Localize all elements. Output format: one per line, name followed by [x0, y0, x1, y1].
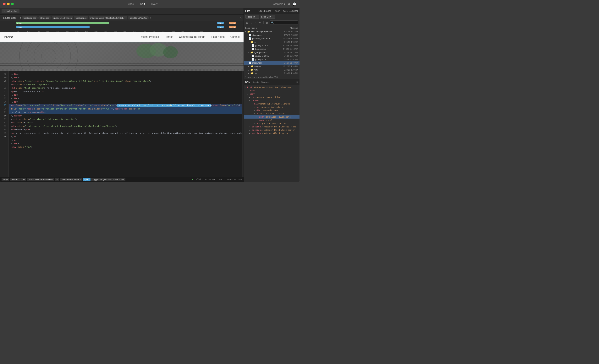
nav-commercial[interactable]: Commercial Buildings [179, 35, 205, 39]
file-item-images[interactable]: ▸ 📁 images 10/27/15 4:16 PM [244, 65, 300, 68]
scrollbar[interactable] [242, 71, 244, 177]
source-file-bootstrap-js[interactable]: bootstrap.js [74, 16, 88, 19]
jqa-folder-icon: 📁 [250, 51, 253, 54]
dom-head[interactable]: ▸ head [244, 89, 300, 92]
header-arrow: ▾ [249, 100, 251, 102]
file-item-jqueryui[interactable]: 📄 jquery-ui-effe... 5/4/16 10:57 AM [244, 54, 300, 58]
chat-icon[interactable]: 💬 [292, 2, 296, 6]
search-box[interactable]: 🔍 [270, 20, 298, 25]
breadcrumb-span[interactable]: span [83, 178, 91, 181]
file-item-jquery111[interactable]: 📄 jquery-1.11.1... 5/4/16 10:57 AM [244, 58, 300, 61]
file-item-jquery-min[interactable]: 📄 jquery-1.11.3... 4/13/16 12:10 AM [244, 44, 300, 47]
code-content[interactable]: </div> </div> <div class="item"><img src… [9, 71, 242, 177]
breadcrumb-left-control[interactable]: .left.carousel-control [60, 178, 82, 181]
dom-section-textcenter[interactable]: ▸ section .container-fluid .text-center [244, 128, 300, 132]
file-date-pictures: 10/15/15 3:39 PM [283, 38, 298, 40]
source-nav-forward[interactable]: ▶ [149, 17, 152, 19]
a-right-arrow: ▸ [254, 122, 256, 125]
tab-assets[interactable]: Assets [253, 81, 259, 83]
source-file-jquery-min[interactable]: jquery-1.11.3.min.js [52, 16, 73, 19]
dom-tree: ▾ html .wf-opensans-n4-active .wf-ralewa… [244, 85, 300, 182]
dom-settings-icon[interactable]: ≡ [296, 81, 298, 84]
dom-a-left[interactable]: ▾ a .left .carousel-control [244, 112, 300, 115]
file-name-pictures: pictures_authors.rtf [252, 37, 282, 40]
line-75: 75 [0, 97, 9, 100]
file-item-index[interactable]: 📄 index.html 2/5/16 11:49 AM [244, 61, 300, 65]
source-file-styles-css[interactable]: styles.css [38, 16, 51, 19]
jqa-folder-open-icon: ▾ [248, 51, 249, 54]
download-icon[interactable]: ↓ [250, 21, 253, 25]
nav-field-notes[interactable]: Field Notes [211, 35, 225, 39]
grid-icon[interactable]: ⊞ [265, 21, 269, 25]
file-name-bootstrap-js: bootstrap.js [255, 48, 282, 50]
dom-section-notes[interactable]: ▸ section .container-fluid .notes [244, 132, 300, 135]
file-name-jquery111: jquery-1.11.1... [255, 58, 283, 60]
tab-snippets[interactable]: Snippets [261, 81, 270, 83]
dom-body[interactable]: ▾ body [244, 92, 300, 96]
tab-dom[interactable]: DOM [245, 81, 250, 83]
html-label[interactable]: HTML▾ [196, 178, 203, 181]
file-name-jqueryui: jquery-ui-effe... [255, 55, 283, 57]
file-item-css[interactable]: ▸ 📁 css 6/10/16 4:10 PM [244, 72, 300, 75]
live-tab[interactable]: Live ▾ [148, 2, 161, 5]
tab-insert[interactable]: Insert [274, 10, 280, 12]
breadcrumb-glyphicon[interactable]: .glyphicon.glyphicon-chevron-left [91, 178, 125, 181]
maximize-button[interactable] [11, 3, 14, 5]
refresh-icon[interactable]: ↺ [258, 21, 262, 25]
tab-close-icon[interactable]: ✕ [4, 10, 5, 12]
dom-html[interactable]: ▾ html .wf-opensans-n4-active .wf-ralewa [244, 86, 300, 89]
breadcrumb-carousel[interactable]: #carousel1.carousel.slide [27, 178, 54, 181]
dom-div-inner[interactable]: ▸ div .carousel-inner [244, 109, 300, 112]
nav-recent-projects[interactable]: Recent Projects [140, 35, 159, 39]
expand-icon[interactable]: ⊞ [245, 21, 249, 25]
tab-files[interactable]: Files [245, 10, 250, 12]
dom-span-sronly[interactable]: span .sr-only [244, 119, 300, 122]
breadcrumb-div[interactable]: div [20, 178, 26, 181]
split-tab[interactable]: Split [137, 2, 148, 5]
passport-dropdown[interactable]: Passport [245, 15, 259, 18]
settings-icon[interactable]: ⚙ [288, 2, 290, 6]
close-button[interactable] [3, 3, 6, 5]
app-window: Code Split Live ▾ Essentials ▾ ⚙ 💬 ✕ ind… [0, 0, 300, 182]
tab-cc-libraries[interactable]: CC Libraries [258, 10, 271, 12]
file-item-bootstrap-js[interactable]: 📄 bootstrap.js 4/13/16 12:10 AM [244, 47, 300, 51]
dom-div-carousel[interactable]: ▾ div #carousel1 .carousel .slide [244, 102, 300, 105]
dom-nav[interactable]: ▸ nav .navbar .navbar-default [244, 96, 300, 99]
a-right-class: .right .carousel-control [258, 122, 286, 125]
filter-icon[interactable]: ▽ [240, 17, 242, 19]
localview-dropdown[interactable]: Local view [260, 15, 275, 18]
file-item-jqueryassets[interactable]: ▾ 📁 jQueryAssets 5/4/16 11:17 AM [244, 51, 300, 54]
dom-ol-indicators[interactable]: ▸ ol .carousel-indicators [244, 105, 300, 109]
line-col: Line 77, Column 96 [218, 178, 236, 181]
source-file-mbox[interactable]: mbox-contents-f3808f72f280c66c15bd81363d… [89, 16, 127, 19]
nav-contact[interactable]: Contact [230, 35, 240, 39]
breadcrumb-header[interactable]: header [10, 178, 20, 181]
file-tab-index[interactable]: ✕ index.html [1, 9, 19, 13]
file-item-fonts[interactable]: ▸ 📁 fonts 6/10/16 4:10 PM [244, 68, 300, 72]
code-tab[interactable]: Code [125, 2, 137, 5]
source-file-satellite[interactable]: satellite-534da2e9 [128, 16, 149, 19]
tab-css-designer[interactable]: CSS Designer [283, 10, 298, 12]
breadcrumb-a[interactable]: a [55, 178, 59, 181]
upload-icon[interactable]: ↑ [254, 21, 257, 25]
file-item-site[interactable]: ▾ 📁 Site - Passport (Macin... 6/16/16 2:… [244, 30, 300, 33]
file-item-pictures[interactable]: 📄 pictures_authors.rtf 10/15/15 3:39 PM [244, 37, 300, 40]
file-item-js[interactable]: ▾ 📁 js 6/10/16 4:10 PM [244, 40, 300, 44]
main-layout: ✕ index.html Source Code ◀ bootstrap.css… [0, 8, 300, 182]
source-nav-back[interactable]: ◀ [19, 17, 21, 19]
file-item-styles[interactable]: 📄 styles.css 10/5/15 3:04 AM [244, 33, 300, 37]
local-files-label[interactable]: Local Files ↓ [245, 27, 290, 29]
nav-homes[interactable]: Homes [165, 35, 173, 39]
section-notes-arrow: ▸ [249, 132, 251, 134]
dom-a-right[interactable]: ▸ a .right .carousel-control [244, 122, 300, 125]
source-file-bootstrap-css[interactable]: bootstrap.css [22, 16, 38, 19]
essentials-dropdown[interactable]: Essentials ▾ [272, 2, 285, 5]
breadcrumb-body[interactable]: body [1, 178, 9, 181]
dom-span-glyphicon[interactable]: + span .glyphicon .glyphicon-c [244, 115, 300, 119]
minimize-button[interactable] [7, 3, 10, 5]
dom-section-houses[interactable]: ▸ section .container-fluid .houses .text… [244, 125, 300, 128]
dom-header[interactable]: ▾ header [244, 99, 300, 102]
code-line-85: </div> [9, 142, 242, 145]
js-folder-open-icon: ▾ [248, 41, 249, 43]
js-folder-icon: 📁 [250, 41, 253, 43]
